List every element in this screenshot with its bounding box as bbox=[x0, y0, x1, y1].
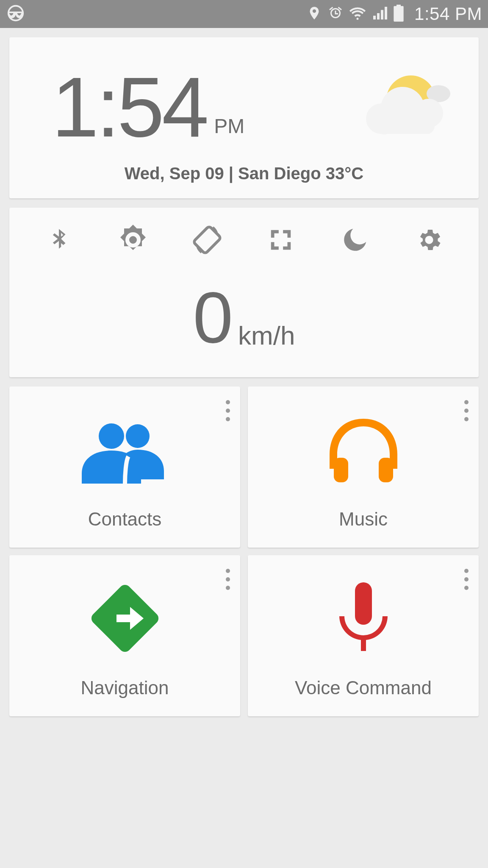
date-location-line: Wed, Sep 09 | San Diego 33°C bbox=[26, 164, 462, 186]
speed-card: 0 km/h bbox=[9, 208, 479, 377]
quick-toggle-row bbox=[9, 220, 479, 262]
contacts-icon bbox=[78, 391, 172, 509]
tile-overflow-menu[interactable] bbox=[464, 569, 469, 590]
speed-value: 0 bbox=[193, 281, 233, 353]
contacts-tile[interactable]: Contacts bbox=[9, 387, 240, 548]
settings-toggle[interactable] bbox=[404, 220, 455, 262]
svg-rect-2 bbox=[193, 226, 221, 254]
music-tile[interactable]: Music bbox=[248, 387, 479, 548]
voice-command-tile[interactable]: Voice Command bbox=[248, 555, 479, 716]
clock-weather-card[interactable]: 1:54 PM Wed, Sep 09 | San Diego 33°C bbox=[9, 37, 479, 198]
svg-point-3 bbox=[99, 423, 124, 449]
brightness-toggle[interactable] bbox=[108, 220, 158, 262]
signal-icon bbox=[372, 6, 387, 22]
night-toggle[interactable] bbox=[330, 220, 380, 262]
app-grid: Contacts Music Navigation bbox=[9, 387, 479, 716]
status-bar: 1:54 PM bbox=[0, 0, 488, 28]
svg-rect-6 bbox=[379, 458, 393, 482]
tile-label: Contacts bbox=[88, 509, 162, 539]
headphones-icon bbox=[321, 391, 406, 509]
weather-partly-cloudy-icon bbox=[356, 70, 453, 144]
battery-icon bbox=[393, 5, 404, 23]
fullscreen-icon bbox=[268, 227, 294, 255]
alarm-icon bbox=[328, 6, 343, 22]
svg-rect-5 bbox=[334, 458, 348, 482]
night-icon bbox=[340, 225, 370, 256]
status-time: 1:54 PM bbox=[414, 4, 482, 24]
bluetooth-toggle[interactable] bbox=[33, 220, 84, 262]
tile-overflow-menu[interactable] bbox=[226, 400, 230, 421]
tile-overflow-menu[interactable] bbox=[464, 400, 469, 421]
navigation-tile[interactable]: Navigation bbox=[9, 555, 240, 716]
tile-label: Navigation bbox=[81, 677, 169, 708]
tile-label: Music bbox=[339, 509, 388, 539]
clock-ampm: PM bbox=[214, 114, 244, 138]
bluetooth-icon bbox=[46, 227, 72, 255]
navigate-icon bbox=[85, 559, 165, 677]
gear-icon bbox=[415, 226, 443, 256]
steering-wheel-icon bbox=[6, 3, 25, 25]
clock-time: 1:54 bbox=[52, 65, 206, 150]
speedometer: 0 km/h bbox=[9, 262, 479, 377]
wifi-icon bbox=[349, 5, 366, 23]
rotate-icon bbox=[190, 223, 224, 259]
mic-icon bbox=[332, 559, 395, 677]
tile-label: Voice Command bbox=[295, 677, 432, 708]
svg-point-4 bbox=[126, 424, 150, 448]
fullscreen-toggle[interactable] bbox=[255, 220, 306, 262]
tile-overflow-menu[interactable] bbox=[226, 569, 230, 590]
svg-rect-8 bbox=[355, 582, 372, 625]
location-icon bbox=[307, 6, 322, 22]
big-clock: 1:54 PM bbox=[52, 65, 244, 150]
speed-unit: km/h bbox=[238, 320, 295, 351]
brightness-icon bbox=[118, 225, 148, 257]
rotate-toggle[interactable] bbox=[182, 220, 233, 262]
